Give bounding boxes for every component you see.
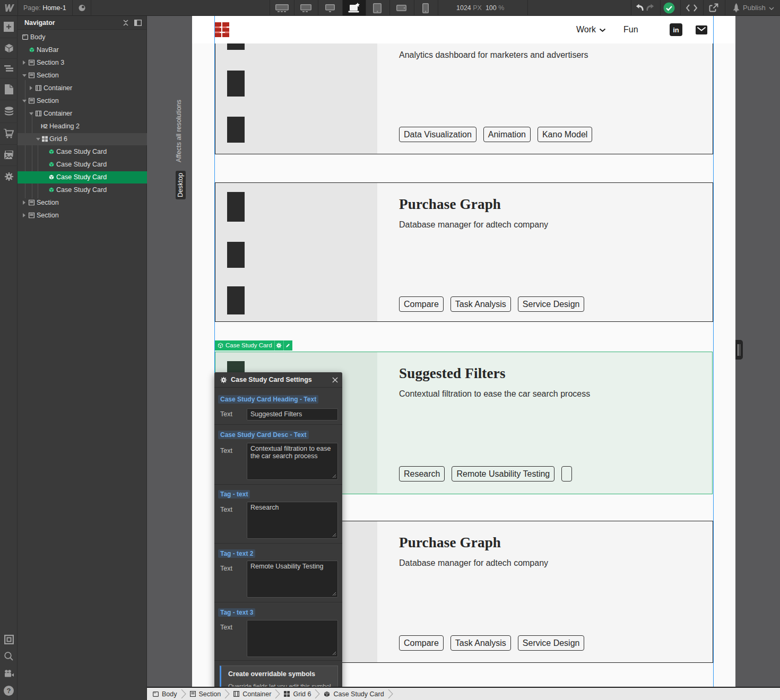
svg-text:?: ? (7, 687, 11, 695)
svg-text:in: in (673, 26, 679, 34)
